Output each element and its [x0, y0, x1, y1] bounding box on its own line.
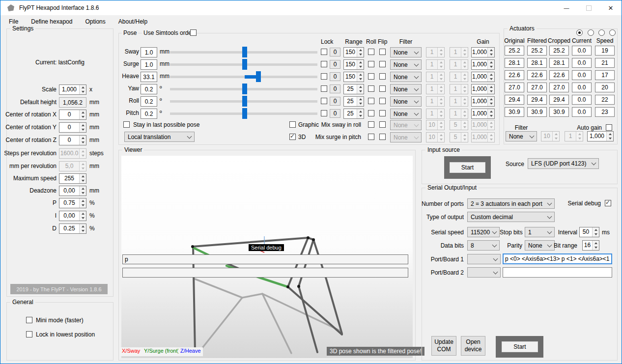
spinner-arrows-icon[interactable] — [79, 174, 86, 183]
chevron-down-icon — [492, 229, 497, 234]
spinner-arrows-icon[interactable] — [592, 241, 599, 250]
spinner-arrows-icon[interactable] — [79, 224, 86, 233]
spinner-arrows-icon[interactable] — [79, 136, 86, 145]
deadzone-label: Deadzone — [0, 187, 57, 194]
chevron-down-icon — [492, 242, 497, 247]
data-bits-dropdown[interactable]: 8 — [467, 240, 500, 251]
d-unit: % — [89, 225, 95, 232]
steps-per-rev-unit: steps — [89, 150, 104, 157]
parity-dropdown[interactable]: None — [525, 240, 555, 251]
chevron-down-icon — [414, 134, 419, 139]
cor-y-spinner[interactable]: 0 — [59, 122, 86, 133]
number-of-ports-dropdown[interactable]: 2 = 3 actuators in each port — [467, 198, 555, 209]
stop-bits-dropdown[interactable]: 1 — [525, 227, 555, 237]
actuator-speed-value: 21 — [595, 58, 615, 68]
spinner-arrows-icon[interactable] — [79, 198, 86, 208]
actuator-current-value: 0.0 — [572, 107, 592, 117]
actuator-gain-spinner[interactable]: 1,000 — [587, 131, 614, 141]
general-group-title: General — [10, 299, 35, 306]
input-start-frame: Start — [444, 156, 491, 179]
actuator-rows: 25.2 25.2 25.2 0.0 19 28.1 28.1 28.1 0.0… — [0, 45, 622, 118]
mix-surge-label: Mix surge in pitch — [295, 134, 361, 140]
port-board-2-dropdown[interactable] — [467, 267, 501, 278]
port-board-1-input[interactable] — [503, 253, 612, 264]
port-board-1-dropdown[interactable] — [467, 254, 501, 264]
serial-speed-label: Serial speed — [403, 229, 464, 236]
chevron-down-icon — [530, 133, 535, 138]
actuator-view-radio-3[interactable] — [598, 29, 605, 36]
open-device-button[interactable]: Open device — [461, 336, 485, 356]
menu-about-help[interactable]: About/Help — [114, 17, 152, 27]
i-spinner[interactable]: 0,00 — [59, 211, 86, 221]
actuator-row: 30.9 30.9 30.9 0.0 23 — [0, 106, 622, 118]
col-current: Current — [572, 37, 592, 44]
p-label: P — [0, 199, 57, 206]
deadzone-spinner[interactable]: 0,00 — [59, 186, 86, 196]
app-icon — [7, 4, 14, 11]
actuator-row: 29.4 29.4 29.4 0.0 22 — [0, 94, 622, 106]
cor-z-spinner[interactable]: 0 — [59, 135, 86, 145]
mix-sway-checkbox-1[interactable] — [368, 121, 374, 128]
serial-debug-label: Serial debug — [565, 200, 601, 207]
mini-mode-checkbox[interactable] — [26, 317, 32, 323]
actuator-cropped-value: 29.4 — [549, 95, 569, 105]
actuator-speed-value: 22 — [595, 95, 615, 105]
actuator-view-radio-4[interactable] — [609, 29, 616, 36]
actuator-current-value: 0.0 — [572, 83, 592, 92]
flip-header: Flip — [378, 38, 387, 45]
p-spinner[interactable]: 0.75 — [59, 198, 86, 208]
mix-sway-checkbox-2[interactable] — [379, 121, 386, 128]
actuator-view-radio-2[interactable] — [588, 29, 594, 36]
actuator-view-radio-1[interactable] — [576, 29, 583, 36]
bit-range-spinner[interactable]: 16 — [582, 240, 599, 251]
actuator-current-value: 0.0 — [572, 46, 592, 56]
actuator-filtered-value: 27.0 — [527, 83, 547, 92]
actuator-current-value: 0.0 — [572, 70, 592, 80]
actuator-filter-param1-spinner: 10 — [541, 131, 560, 141]
update-com-button[interactable]: Update COM — [431, 336, 456, 356]
serial-speed-dropdown[interactable]: 115200 — [467, 227, 500, 237]
menu-options[interactable]: Options — [81, 17, 110, 27]
spinner-arrows-icon[interactable] — [79, 211, 86, 221]
input-start-button[interactable]: Start — [450, 162, 485, 173]
actuator-filter-dropdown[interactable]: None — [506, 131, 537, 141]
interval-unit: ms — [602, 229, 610, 236]
d-spinner[interactable]: 0.25 — [59, 224, 86, 234]
spinner-arrows-icon[interactable] — [606, 132, 613, 141]
auto-gain-checkbox[interactable] — [606, 124, 612, 131]
mix-surge-checkbox-1[interactable] — [368, 134, 374, 140]
stay-last-pose-checkbox[interactable] — [123, 121, 130, 128]
mix-sway-filter-dropdown: None — [390, 120, 422, 130]
maximize-button[interactable] — [578, 0, 599, 15]
use-simtools-checkbox[interactable] — [190, 29, 197, 36]
type-of-output-dropdown[interactable]: Custom decimal — [467, 212, 555, 222]
actuator-original-value: 28.1 — [505, 58, 524, 68]
serial-start-button[interactable]: Start — [502, 341, 538, 352]
cor-z-unit: mm — [89, 137, 99, 143]
mix-surge-checkbox-2[interactable] — [379, 134, 386, 140]
minimize-button[interactable]: — — [556, 0, 577, 15]
lock-lowest-checkbox[interactable] — [26, 331, 32, 337]
actuator-current-value: 0.0 — [572, 95, 592, 105]
chevron-down-icon — [547, 242, 552, 247]
translation-mode-dropdown[interactable]: Local translation — [124, 132, 195, 142]
spinner-arrows-icon — [437, 133, 444, 142]
viewer-group-title: Viewer — [122, 146, 144, 154]
serial-debug-checkbox[interactable] — [605, 200, 611, 206]
interval-spinner[interactable]: 50 — [579, 227, 599, 237]
stop-bits-label: Stop bits — [500, 229, 522, 236]
serial-debug-input-field[interactable] — [122, 268, 408, 278]
port-board-2-input[interactable] — [503, 267, 612, 278]
actuator-filter-label: Filter — [506, 124, 537, 131]
minimize-icon: — — [564, 5, 569, 11]
serial-debug-output-field[interactable] — [122, 254, 408, 264]
close-button[interactable]: ✕ — [600, 0, 622, 15]
max-speed-spinner[interactable]: 255 — [59, 173, 86, 184]
spinner-arrows-icon[interactable] — [79, 186, 86, 196]
source-dropdown[interactable]: LFS (UDP port 4123) — [528, 158, 599, 169]
mix-surge-param1-spinner: 10 — [426, 132, 445, 142]
spinner-arrows-icon[interactable] — [79, 123, 86, 132]
serial-group-title: Serial Output/Input — [425, 184, 479, 192]
spinner-arrows-icon — [437, 120, 444, 130]
spinner-arrows-icon[interactable] — [592, 227, 599, 237]
